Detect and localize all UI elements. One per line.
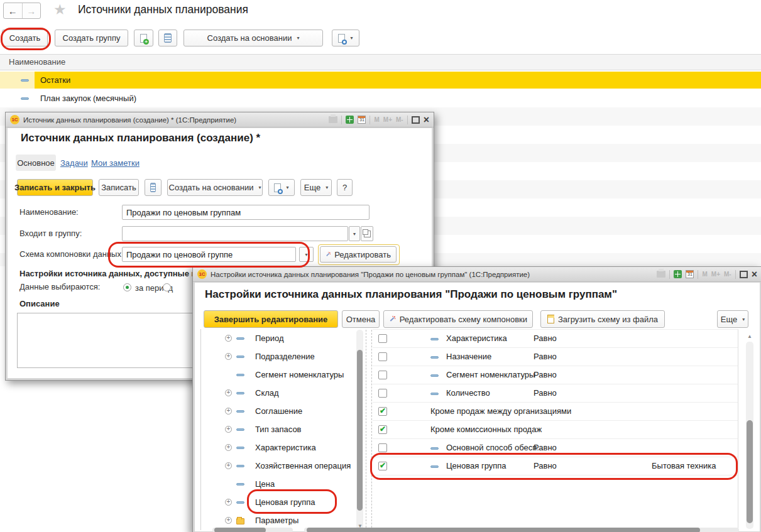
tab-notes[interactable]: Мои заметки [91,155,140,171]
tree-item[interactable]: Цена [201,475,357,493]
checkbox[interactable]: ✔ [378,371,387,379]
memory-m-minus-button[interactable]: M- [724,271,731,278]
calculator-icon[interactable] [674,270,682,278]
create-on-base-button[interactable]: Создать на основании ▾ [167,179,263,196]
expand-icon[interactable]: + [225,517,232,524]
tree-item[interactable]: Сегмент номенклатуры [201,366,357,384]
expand-icon[interactable]: + [225,426,232,433]
condition-row[interactable]: ✔ Основной способ обесп... Равно [373,439,738,457]
new-document-button[interactable]: + [134,30,153,46]
favorite-star-icon[interactable]: ★ [53,1,67,18]
checkbox[interactable]: ✔ [378,425,387,434]
tree-item[interactable]: +Характеристика [201,438,357,457]
maximize-button[interactable] [740,271,748,278]
condition-row[interactable]: ✔ Количество Равно [373,384,738,403]
period-radio[interactable] [123,283,131,291]
calendar-icon[interactable]: 31 [358,116,366,124]
conditions-scrollbar-thumb[interactable] [747,420,753,523]
memory-m-button[interactable]: M [702,271,707,278]
checkbox[interactable]: ✔ [378,407,387,416]
load-schema-button[interactable]: Загрузить схему из файла [540,310,665,328]
conditions-horizontal-scrollbar-thumb[interactable] [307,528,700,532]
dialog2-titlebar[interactable]: 1С Настройки источника данных планирован… [193,267,761,282]
save-button[interactable]: Записать [99,179,139,196]
condition-comparison: Равно [534,348,557,366]
group-field[interactable] [122,226,348,241]
tree-horizontal-scrollbar-thumb[interactable] [214,528,266,532]
report-menu-button[interactable]: ▾ [268,179,295,196]
pane-splitter[interactable] [371,330,372,531]
expand-icon[interactable]: + [225,353,232,360]
checkbox[interactable]: ✔ [378,352,387,361]
tree-item[interactable]: +Период [201,329,357,347]
save-and-close-button[interactable]: Записать и закрыть [17,179,93,196]
print-icon[interactable] [657,271,665,278]
schema-field[interactable] [122,247,296,262]
report-menu-button[interactable]: ▾ [332,30,359,46]
tree-item[interactable]: +Параметры [201,511,357,529]
scroll-down-icon[interactable]: ▼ [288,521,293,526]
create-button[interactable]: Создать [2,30,48,46]
list-settings-button[interactable] [145,179,162,196]
close-button[interactable]: × [752,270,757,279]
condition-row[interactable]: ✔ Кроме комиссионных продаж [373,421,738,439]
expand-icon[interactable]: + [225,499,232,506]
pane-splitter[interactable] [366,330,366,531]
expand-icon[interactable]: + [225,444,232,451]
more-button[interactable]: Еще ▾ [300,179,332,196]
condition-row[interactable]: ✔ Кроме продаж между организациями [373,403,738,421]
expand-icon[interactable]: + [225,335,232,342]
finish-editing-button[interactable]: Завершить редактирование [204,310,338,328]
tab-tasks[interactable]: Задачи [60,155,88,171]
table-row[interactable]: Остатки [0,71,761,89]
maximize-button[interactable] [412,116,420,124]
checkbox[interactable]: ✔ [378,334,387,343]
forward-button[interactable]: → [23,3,41,18]
tree-scrollbar-thumb[interactable] [357,350,363,511]
create-group-button[interactable]: Создать группу [55,30,128,46]
memory-m-minus-button[interactable]: M- [396,116,403,123]
expand-icon[interactable]: + [225,408,232,415]
cancel-button[interactable]: Отмена [342,310,380,328]
condition-row[interactable]: ✔ Ценовая группа Равно Бытовая техника [373,457,738,475]
tree-item[interactable]: +Хозяйственная операция [201,457,357,475]
table-row[interactable]: План закупок (месячный) [0,89,761,107]
list-settings-button[interactable] [158,30,177,46]
calendar-icon[interactable]: 31 [686,270,694,278]
create-on-base-button[interactable]: Создать на основании ▾ [183,30,323,46]
tree-item[interactable]: +Подразделение [201,347,357,366]
tab-main[interactable]: Основное [16,155,56,171]
list-column-header[interactable]: Наименование [0,54,761,70]
calculator-icon[interactable] [346,116,354,124]
dialog1-titlebar[interactable]: 1С Источник данных планирования (создани… [6,112,434,128]
group-dropdown-button[interactable]: ▾ [349,226,360,241]
name-field[interactable] [122,205,370,220]
second-radio[interactable] [163,283,171,291]
scroll-up-icon[interactable]: ▲ [747,334,752,339]
group-open-button[interactable] [361,226,373,241]
edit-composition-schema-button[interactable]: Редактировать схему компоновки [383,310,533,328]
expand-icon[interactable]: + [225,389,232,396]
item-dash-icon [430,393,439,395]
print-icon[interactable] [329,116,337,123]
condition-row[interactable]: ✔ Назначение Равно [373,348,738,366]
tree-item[interactable]: +Ценовая группа [201,493,357,511]
tree-item[interactable]: +Соглашение [201,402,357,420]
tree-item[interactable]: +Склад [201,384,357,402]
more-button[interactable]: Еще ▾ [717,310,748,328]
edit-schema-button[interactable]: Редактировать [320,246,397,263]
close-button[interactable]: × [424,116,429,124]
schema-dropdown-button[interactable]: ▾ [299,247,314,262]
help-button[interactable]: ? [337,179,353,196]
memory-m-button[interactable]: M [374,116,379,123]
expand-icon[interactable]: + [225,462,232,469]
checkbox[interactable]: ✔ [378,462,387,470]
checkbox[interactable]: ✔ [378,389,387,398]
memory-m-plus-button[interactable]: M+ [383,116,392,123]
memory-m-plus-button[interactable]: M+ [711,271,720,278]
tree-item[interactable]: +Тип запасов [201,420,357,438]
checkbox[interactable]: ✔ [378,443,387,452]
back-button[interactable]: ← [4,3,23,18]
condition-row[interactable]: ✔ Характеристика Равно [373,330,738,348]
condition-row[interactable]: ✔ Сегмент номенклатуры Равно [373,366,738,384]
